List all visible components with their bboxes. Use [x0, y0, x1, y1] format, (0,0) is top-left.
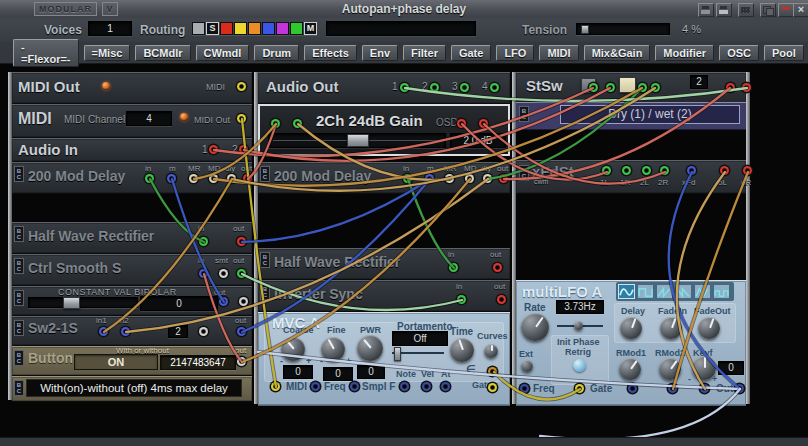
- curves-knob[interactable]: [484, 344, 498, 358]
- port-audio-in-1[interactable]: [209, 145, 218, 154]
- routing-solo-button[interactable]: S: [206, 22, 219, 35]
- port-dly[interactable]: [227, 174, 236, 183]
- menu-flexor[interactable]: -=Flexor=-: [13, 39, 79, 67]
- menu-cwmdl[interactable]: CWmdl: [196, 45, 250, 61]
- port-out[interactable]: [237, 327, 246, 336]
- port-in[interactable]: [145, 174, 154, 183]
- time-knob[interactable]: [450, 338, 474, 362]
- rate-fine-handle[interactable]: [574, 321, 583, 330]
- port-mod-2[interactable]: [668, 384, 677, 393]
- pwr-knob[interactable]: [357, 335, 383, 361]
- port-m[interactable]: [425, 174, 434, 183]
- rate-value[interactable]: 3.73Hz: [556, 300, 604, 314]
- on-toggle-button[interactable]: ON: [74, 354, 158, 370]
- port-2r[interactable]: [660, 166, 669, 175]
- port-gain-in-2[interactable]: [293, 119, 302, 128]
- tension-slider-handle[interactable]: [581, 25, 589, 34]
- gain-slider[interactable]: [268, 133, 446, 148]
- name-field[interactable]: [326, 21, 476, 36]
- coarse-knob[interactable]: [281, 337, 305, 361]
- routing-swatch-green[interactable]: [290, 22, 303, 35]
- portamento-select[interactable]: Off: [392, 331, 448, 346]
- port-in1[interactable]: [99, 327, 108, 336]
- fine-value[interactable]: 0: [323, 367, 353, 381]
- fine-knob[interactable]: [321, 337, 345, 361]
- routing-swatch-gray[interactable]: [192, 22, 205, 35]
- triangle-wave-icon[interactable]: [694, 284, 711, 299]
- port-in[interactable]: [449, 263, 458, 272]
- port-gain-out-1[interactable]: [457, 119, 466, 128]
- port-audio-in-2[interactable]: [239, 145, 248, 154]
- port-mod-1[interactable]: [628, 384, 637, 393]
- port-out[interactable]: [499, 174, 508, 183]
- port-stsw-1[interactable]: [589, 83, 598, 92]
- saw-down-wave-icon[interactable]: [675, 284, 692, 299]
- port-out-3[interactable]: [460, 83, 469, 92]
- keyf-value[interactable]: 0: [718, 361, 744, 375]
- port-gain-in-1[interactable]: [271, 119, 280, 128]
- menu-osc[interactable]: OSC: [719, 45, 759, 61]
- port-stsw-out-r[interactable]: [742, 83, 751, 92]
- port-in[interactable]: [403, 174, 412, 183]
- port-smpl-f[interactable]: [350, 382, 359, 391]
- port-midi[interactable]: [237, 82, 246, 91]
- port-out[interactable]: [219, 297, 228, 306]
- port-gate[interactable]: [488, 383, 497, 392]
- gain-value[interactable]: 2.0 dB: [450, 133, 506, 148]
- port-out-4[interactable]: [490, 83, 499, 92]
- port-out-2[interactable]: [430, 83, 439, 92]
- square-wave-icon[interactable]: [637, 284, 654, 299]
- port-gate-event[interactable]: [488, 367, 497, 376]
- menu-filter[interactable]: Filter: [403, 45, 446, 61]
- delay-knob[interactable]: [620, 317, 642, 339]
- menu-pool[interactable]: Pool: [764, 45, 804, 61]
- port-mod-3[interactable]: [700, 384, 709, 393]
- port-gain-out-2[interactable]: [479, 119, 488, 128]
- portamento-slider-handle[interactable]: [394, 347, 401, 361]
- port-mr[interactable]: [445, 174, 454, 183]
- button-value[interactable]: 2147483647: [160, 355, 236, 370]
- menu-mixgain[interactable]: Mix&Gain: [584, 45, 651, 61]
- menu-effects[interactable]: Effects: [304, 45, 357, 61]
- stsw-button-b[interactable]: [619, 77, 636, 93]
- port-gate[interactable]: [575, 384, 584, 393]
- menu-misc[interactable]: =Misc: [84, 45, 131, 61]
- port-out[interactable]: [237, 357, 246, 366]
- constant-slider[interactable]: [28, 297, 138, 308]
- grid-panel-icon[interactable]: [738, 3, 754, 17]
- port-md[interactable]: [465, 174, 474, 183]
- routing-swatch-magenta[interactable]: [276, 22, 289, 35]
- port-1l[interactable]: [602, 166, 611, 175]
- menu-bcmdlr[interactable]: BCMdlr: [135, 45, 190, 61]
- port-md[interactable]: [209, 174, 218, 183]
- routing-swatch-orange[interactable]: [248, 22, 261, 35]
- port-stsw-out-l[interactable]: [726, 83, 735, 92]
- minimize-icon[interactable]: [778, 3, 794, 17]
- port-out-1[interactable]: [400, 83, 409, 92]
- port-in[interactable]: [199, 237, 208, 246]
- sine-wave-icon[interactable]: [618, 284, 635, 299]
- retrig-button[interactable]: [573, 359, 586, 372]
- constant-value[interactable]: 0: [140, 296, 218, 311]
- menu-env[interactable]: Env: [362, 45, 398, 61]
- coarse-value[interactable]: 0: [283, 365, 313, 379]
- port-out[interactable]: [237, 237, 246, 246]
- port-dly[interactable]: [483, 174, 492, 183]
- menu-midi[interactable]: MIDI: [539, 45, 578, 61]
- port-out[interactable]: [243, 174, 252, 183]
- ext-button[interactable]: [521, 360, 533, 372]
- port-aux[interactable]: [239, 297, 248, 306]
- fadeout-knob[interactable]: [698, 317, 720, 339]
- port-stsw-3[interactable]: [638, 83, 647, 92]
- port-stsw-4[interactable]: [651, 83, 660, 92]
- port-stsw-2[interactable]: [606, 83, 615, 92]
- stsw-count-value[interactable]: 2: [690, 75, 708, 89]
- port-out[interactable]: [497, 295, 506, 304]
- port-sw[interactable]: [199, 327, 208, 336]
- menu-gate[interactable]: Gate: [451, 45, 491, 61]
- rmod2-knob[interactable]: [659, 358, 681, 380]
- port-vel[interactable]: [422, 382, 431, 391]
- port-mr[interactable]: [189, 174, 198, 183]
- rate-knob[interactable]: [521, 313, 549, 341]
- routing-mute-button[interactable]: M: [304, 22, 317, 35]
